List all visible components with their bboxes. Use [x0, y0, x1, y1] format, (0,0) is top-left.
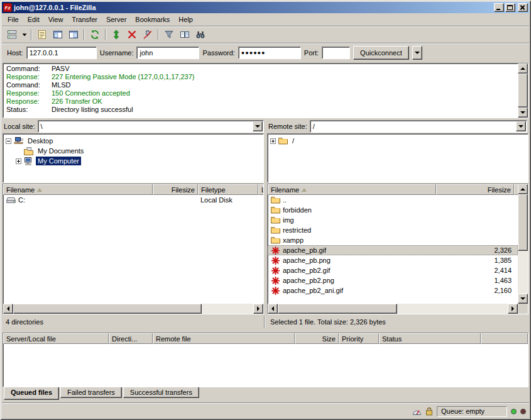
remote-vscrollbar[interactable]: [518, 184, 528, 304]
column-header-l[interactable]: L: [258, 184, 263, 195]
remote-file-list: FilenameFilesize ..forbiddenimgrestricte…: [267, 184, 528, 314]
filesize-cell: 2,326: [436, 246, 514, 254]
column-header-size[interactable]: Size: [295, 333, 339, 344]
log-line: Response:150 Connection accepted: [6, 89, 514, 97]
file-row-xampp[interactable]: xampp: [268, 235, 518, 245]
scroll-up-button[interactable]: [518, 184, 528, 194]
menu-item-view[interactable]: View: [44, 14, 68, 25]
scroll-left-button[interactable]: [268, 304, 278, 314]
filetype-cell: Local Disk: [198, 196, 258, 204]
site-manager-dropdown-button[interactable]: [20, 28, 28, 41]
file-row-apache-pb2-png[interactable]: apache_pb2.png1,463: [268, 275, 518, 285]
maximize-button[interactable]: [505, 3, 515, 12]
file-row-apache-pb2-gif[interactable]: apache_pb2.gif2,414: [268, 265, 518, 275]
file-row-img[interactable]: img: [268, 215, 518, 225]
scroll-thumb[interactable]: [13, 304, 202, 314]
scroll-down-button[interactable]: [518, 294, 528, 304]
tree-item-desktop[interactable]: Desktop: [3, 136, 263, 146]
local-hscrollbar[interactable]: [3, 304, 263, 314]
log-line: Response:226 Transfer OK: [6, 97, 514, 106]
toggle-log-button[interactable]: [35, 28, 50, 41]
arrow-left-icon: [7, 306, 9, 311]
menu-item-bookmarks[interactable]: Bookmarks: [131, 14, 174, 25]
column-header-status[interactable]: Status: [379, 333, 481, 344]
file-row-c[interactable]: C:Local Disk: [3, 195, 263, 205]
column-header-server-local-file[interactable]: Server/Local file: [3, 333, 109, 344]
find-button[interactable]: [193, 28, 208, 41]
menu-item-help[interactable]: Help: [174, 14, 197, 25]
quickconnect-button[interactable]: Quickconnect: [353, 46, 409, 60]
queue-columns: Server/Local fileDirecti...Remote fileSi…: [3, 333, 528, 344]
column-label: Priority: [342, 335, 363, 343]
column-header-filename[interactable]: Filename: [268, 184, 436, 195]
encryption-icon[interactable]: [425, 407, 433, 416]
file-row-apache-pb-gif[interactable]: apache_pb.gif2,326: [268, 245, 518, 255]
image-file-icon: [270, 287, 280, 295]
menu-bar: FileEditViewTransferServerBookmarksHelp: [2, 13, 529, 26]
sort-ascending-icon: [302, 188, 307, 192]
remote-site-row: Remote site: /: [268, 119, 527, 133]
column-header-filesize[interactable]: Filesize: [436, 184, 514, 195]
message-log: Command:PASVResponse:227 Entering Passiv…: [3, 63, 528, 118]
speed-limit-icon[interactable]: [412, 407, 422, 416]
log-text: MLSD: [52, 81, 71, 89]
log-scroll-thumb[interactable]: [518, 74, 528, 108]
log-scrollbar[interactable]: [518, 64, 528, 118]
menu-item-file[interactable]: File: [3, 14, 23, 25]
disconnect-button[interactable]: [140, 28, 155, 41]
compare-button[interactable]: [177, 28, 192, 41]
password-input[interactable]: [238, 47, 301, 59]
column-header-remote-file[interactable]: Remote file: [153, 333, 295, 344]
file-row-restricted[interactable]: restricted: [268, 225, 518, 235]
tab-queued-files[interactable]: Queued files: [4, 387, 59, 400]
column-header-filename[interactable]: Filename: [3, 184, 153, 195]
menu-item-transfer[interactable]: Transfer: [67, 14, 102, 25]
local-site-combo[interactable]: \: [38, 120, 264, 133]
file-row-apache-pb2-ani-gif[interactable]: apache_pb2_ani.gif2,160: [268, 285, 518, 296]
column-header-filesize[interactable]: Filesize: [153, 184, 198, 195]
remote-site-combo[interactable]: /: [310, 120, 527, 133]
column-header-directi[interactable]: Directi...: [109, 333, 153, 344]
column-header-priority[interactable]: Priority: [339, 333, 379, 344]
tree-item-my-computer[interactable]: My Computer: [3, 156, 263, 166]
tab-successful-transfers[interactable]: Successful transfers: [123, 387, 199, 398]
scroll-right-button[interactable]: [508, 304, 518, 314]
menu-item-server[interactable]: Server: [102, 14, 131, 25]
expander-plus-icon[interactable]: [16, 158, 21, 164]
process-queue-button[interactable]: [109, 28, 124, 41]
filename-cell: xampp: [268, 236, 436, 244]
scroll-right-button[interactable]: [253, 304, 263, 314]
quickconnect-dropdown-button[interactable]: [412, 46, 422, 60]
column-header-filetype[interactable]: Filetype: [198, 184, 258, 195]
local-site-dropdown-button[interactable]: [253, 121, 263, 131]
port-input[interactable]: [322, 47, 350, 59]
file-row-apache-pb-png[interactable]: apache_pb.png1,385: [268, 255, 518, 265]
refresh-button[interactable]: [87, 28, 102, 41]
file-row-forbidden[interactable]: forbidden: [268, 205, 518, 215]
cancel-button[interactable]: [124, 28, 140, 41]
close-button[interactable]: [518, 3, 528, 12]
remote-site-dropdown-button[interactable]: [516, 121, 526, 131]
menu-item-edit[interactable]: Edit: [23, 14, 44, 25]
filter-button[interactable]: [161, 28, 177, 41]
file-row-item[interactable]: ..: [268, 195, 518, 205]
toggle-remote-tree-button[interactable]: [66, 28, 81, 41]
tab-failed-transfers[interactable]: Failed transfers: [60, 387, 122, 398]
site-manager-button[interactable]: [4, 28, 19, 41]
username-input[interactable]: [136, 47, 199, 59]
log-scroll-down-button[interactable]: [518, 108, 528, 118]
log-scroll-up-button[interactable]: [518, 64, 528, 74]
scroll-left-button[interactable]: [3, 304, 13, 314]
expander-plus-icon[interactable]: [270, 138, 276, 144]
host-input[interactable]: [26, 47, 97, 59]
scroll-thumb[interactable]: [278, 304, 397, 314]
expander-minus-icon[interactable]: [6, 138, 11, 144]
toggle-local-tree-button[interactable]: [50, 28, 65, 41]
tree-item-item[interactable]: /: [268, 136, 528, 146]
compare-icon: [180, 30, 190, 40]
scroll-thumb[interactable]: [518, 194, 528, 251]
tree-item-my-documents[interactable]: My Documents: [3, 146, 263, 156]
chevron-down-icon: [518, 125, 523, 128]
remote-hscrollbar[interactable]: [268, 304, 518, 314]
minimize-button[interactable]: [494, 3, 504, 12]
